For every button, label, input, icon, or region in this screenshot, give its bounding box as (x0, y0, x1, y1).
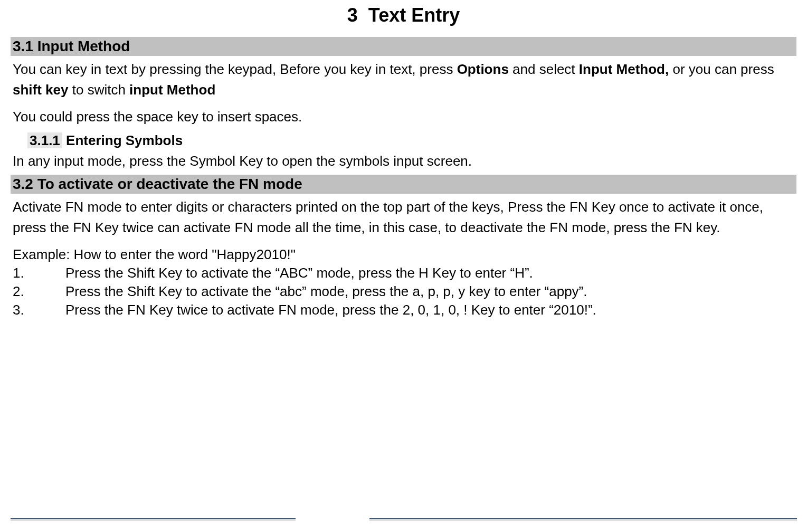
subsection-number: 3.1.1 (27, 132, 62, 148)
list-item: 2. Press the Shift Key to activate the “… (13, 282, 794, 301)
subsection-heading-3-1-1: 3.1.1 Entering Symbols (11, 130, 796, 151)
step-number: 1. (13, 264, 65, 282)
section-heading-3-1: 3.1 Input Method (11, 37, 796, 56)
footer-line-left (11, 518, 296, 520)
list-item: 3. Press the FN Key twice to activate FN… (13, 301, 794, 319)
step-text: Press the Shift Key to activate the “ABC… (65, 264, 794, 282)
step-text: Press the FN Key twice to activate FN mo… (65, 301, 794, 319)
list-item: 1. Press the Shift Key to activate the “… (13, 264, 794, 282)
section-3-1-para-1: You can key in text by pressing the keyp… (11, 56, 796, 103)
section-3-2-example-intro: Example: How to enter the word "Happy201… (11, 241, 796, 264)
section-heading-3-2: 3.2 To activate or deactivate the FN mod… (11, 175, 796, 194)
chapter-title-text: Text Entry (368, 4, 460, 26)
footer-line-right (369, 518, 797, 520)
section-3-2-para-1: Activate FN mode to enter digits or char… (11, 194, 796, 241)
footer-divider (0, 518, 807, 521)
section-3-1-1-para: In any input mode, press the Symbol Key … (11, 151, 796, 175)
subsection-title: Entering Symbols (66, 132, 183, 148)
step-number: 2. (13, 282, 65, 301)
step-text: Press the Shift Key to activate the “abc… (65, 282, 794, 301)
section-3-2-steps: 1. Press the Shift Key to activate the “… (11, 264, 796, 319)
chapter-title: 3 Text Entry (11, 0, 796, 37)
chapter-number: 3 (347, 4, 358, 26)
section-3-1-para-2: You could press the space key to insert … (11, 103, 796, 130)
step-number: 3. (13, 301, 65, 319)
